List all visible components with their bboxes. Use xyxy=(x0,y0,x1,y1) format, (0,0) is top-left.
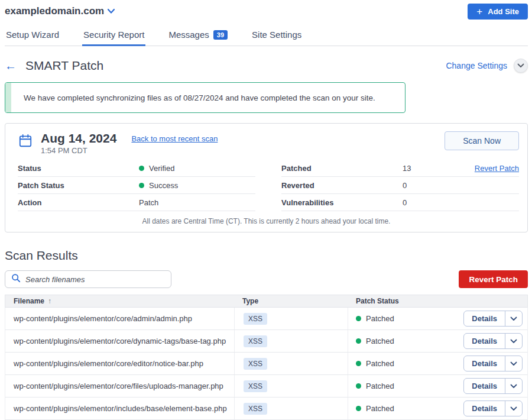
tab-security-report[interactable]: Security Report xyxy=(82,25,145,46)
chevron-down-icon[interactable] xyxy=(505,311,522,326)
scan-date: Aug 14, 2024 xyxy=(41,131,116,146)
scan-results-title: Scan Results xyxy=(5,248,528,263)
type-badge: XSS xyxy=(244,313,267,325)
reverted-count: 0 xyxy=(403,181,407,190)
counts-column: Patched 13 Revert Patch Reverted 0 Vulne… xyxy=(281,160,519,211)
page-header: ← SMART Patch Change Settings xyxy=(5,59,528,73)
status-value: Verified xyxy=(149,164,174,173)
patch-status-text: Patched xyxy=(366,404,394,413)
details-button[interactable]: Details xyxy=(463,356,523,371)
vulnerabilities-row: Vulnerabilities 0 xyxy=(281,194,519,211)
details-button[interactable]: Details xyxy=(463,378,523,394)
back-arrow-icon[interactable]: ← xyxy=(5,60,17,72)
patch-status-value: Success xyxy=(149,181,178,190)
status-dot xyxy=(139,166,144,171)
timezone-note: All dates are Central Time (CT). This is… xyxy=(5,211,527,232)
banner-message: We have completed synchronizing files as… xyxy=(11,83,375,112)
column-header-type: Type xyxy=(234,297,348,305)
column-header-filename[interactable]: Filename ↑ xyxy=(5,297,234,305)
chevron-down-icon[interactable] xyxy=(505,401,522,416)
patched-dot xyxy=(356,383,361,389)
action-value: Patch xyxy=(139,198,158,207)
sort-ascending-icon: ↑ xyxy=(48,297,51,305)
tab-messages[interactable]: Messages 39 xyxy=(167,25,229,46)
site-selector[interactable]: exampledomain.com xyxy=(5,5,115,17)
top-bar: exampledomain.com + Add Site xyxy=(5,0,528,20)
type-badge: XSS xyxy=(244,380,267,392)
chevron-down-icon[interactable] xyxy=(107,6,115,17)
page-title: SMART Patch xyxy=(25,59,103,73)
filename-cell: wp-content/plugins/elementor/includes/ba… xyxy=(5,398,234,419)
filename-cell: wp-content/plugins/elementor/core/files/… xyxy=(5,375,234,397)
tab-site-settings[interactable]: Site Settings xyxy=(251,25,303,46)
patch-status-text: Patched xyxy=(366,314,394,323)
table-row: wp-content/plugins/elementor/core/files/… xyxy=(5,375,528,398)
banner-accent-strip xyxy=(5,83,11,112)
patch-status-row: Patch Status Success xyxy=(18,177,255,194)
chevron-down-icon[interactable] xyxy=(505,356,522,371)
sync-complete-banner: We have completed synchronizing files as… xyxy=(5,82,406,113)
patch-status-text: Patched xyxy=(366,382,394,390)
change-settings-link[interactable]: Change Settings xyxy=(446,61,507,70)
scan-now-button[interactable]: Scan Now xyxy=(445,131,519,150)
table-row: wp-content/plugins/elementor/core/editor… xyxy=(5,353,528,375)
table-header: Filename ↑ Type Patch Status xyxy=(5,295,528,308)
site-domain[interactable]: exampledomain.com xyxy=(5,5,104,17)
tab-setup-wizard[interactable]: Setup Wizard xyxy=(5,25,60,46)
search-icon xyxy=(11,273,21,285)
reverted-row: Reverted 0 xyxy=(281,177,519,194)
table-row: wp-content/plugins/elementor/includes/ba… xyxy=(5,398,528,420)
expand-settings-button[interactable] xyxy=(514,59,528,73)
chevron-down-icon[interactable] xyxy=(505,334,522,348)
patched-dot xyxy=(356,361,361,366)
patch-status-text: Patched xyxy=(366,337,394,345)
table-row: wp-content/plugins/elementor/core/dynami… xyxy=(5,330,528,353)
status-row: Status Verified xyxy=(18,160,255,177)
plus-icon: + xyxy=(476,7,482,17)
filename-cell: wp-content/plugins/elementor/core/editor… xyxy=(5,353,234,374)
column-header-patch-status: Patch Status xyxy=(348,297,459,305)
table-row: wp-content/plugins/elementor/core/admin/… xyxy=(5,308,528,330)
search-filenames-box[interactable] xyxy=(5,270,171,288)
add-site-button[interactable]: + Add Site xyxy=(468,4,528,20)
patched-dot xyxy=(356,406,361,411)
type-badge: XSS xyxy=(244,335,267,347)
add-site-label: Add Site xyxy=(488,7,519,16)
calendar-icon xyxy=(18,133,33,151)
revert-patch-button[interactable]: Revert Patch xyxy=(459,270,528,288)
back-to-recent-scan-link[interactable]: Back to most recent scan xyxy=(131,134,218,143)
scan-results-table: Filename ↑ Type Patch Status wp-content/… xyxy=(5,295,528,420)
type-badge: XSS xyxy=(244,403,267,415)
patched-count: 13 xyxy=(403,164,411,173)
details-button[interactable]: Details xyxy=(463,333,523,349)
type-badge: XSS xyxy=(244,358,267,370)
details-button[interactable]: Details xyxy=(463,311,523,327)
patched-dot xyxy=(356,338,361,344)
status-dot xyxy=(139,183,144,188)
scan-time: 1:54 PM CDT xyxy=(41,146,116,155)
chevron-down-icon[interactable] xyxy=(505,379,522,393)
filename-cell: wp-content/plugins/elementor/core/dynami… xyxy=(5,330,234,352)
patch-status-text: Patched xyxy=(366,359,394,368)
tab-bar: Setup Wizard Security Report Messages 39… xyxy=(5,25,528,46)
revert-patch-link[interactable]: Revert Patch xyxy=(475,164,519,173)
patched-dot xyxy=(356,316,361,321)
page: exampledomain.com + Add Site Setup Wizar… xyxy=(0,0,532,420)
vulnerabilities-count: 0 xyxy=(403,198,407,207)
details-button[interactable]: Details xyxy=(463,400,523,416)
patched-row: Patched 13 Revert Patch xyxy=(281,160,519,177)
status-column: Status Verified Patch Status Success Act… xyxy=(18,160,255,211)
search-input[interactable] xyxy=(25,275,165,284)
action-row: Action Patch xyxy=(18,194,255,211)
messages-count-badge: 39 xyxy=(213,30,228,40)
scan-summary-card: Aug 14, 2024 1:54 PM CDT Back to most re… xyxy=(5,123,528,232)
filename-cell: wp-content/plugins/elementor/core/admin/… xyxy=(5,308,234,329)
